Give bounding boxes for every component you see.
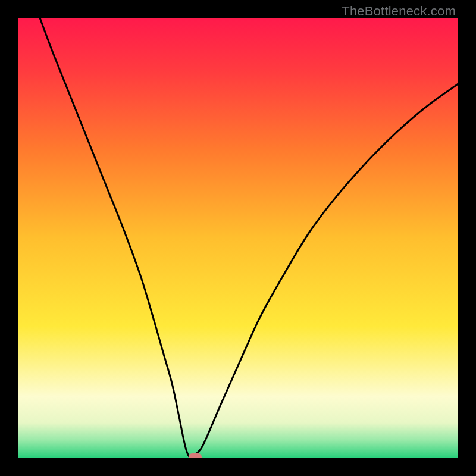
chart-frame: TheBottleneck.com [0,0,476,476]
gradient-background [18,18,458,458]
plot-area [18,18,458,458]
chart-svg [18,18,458,458]
attribution-text: TheBottleneck.com [342,4,456,19]
minimum-marker [189,453,202,458]
